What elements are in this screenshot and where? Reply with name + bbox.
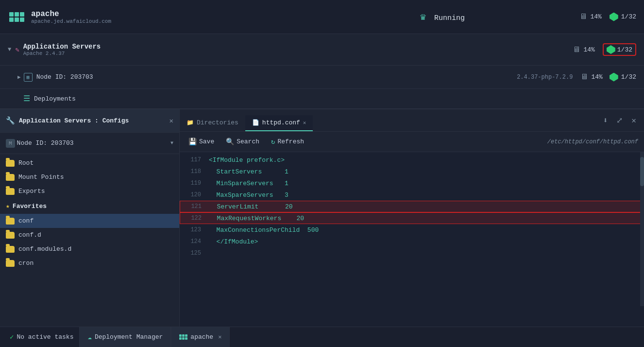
app-icon [8,8,25,26]
node-selector-badge: M [6,139,15,148]
node-cpu-icon: 🖥 [580,72,588,82]
apache-tab[interactable]: apache ✕ [171,327,230,347]
cpu-icon: 🖥 [579,12,587,21]
editor-scrollbar[interactable] [640,152,644,306]
instance-stat: 1/32 [610,13,636,21]
editor-content[interactable]: 117<IfModule prefork.c>118 StartServers … [180,152,644,327]
deployments-label: Deployments [34,95,76,103]
toggle-arrow[interactable]: ▼ [8,46,11,53]
file-tab-icon: 📄 [252,119,259,126]
favorites-label: Favorites [13,203,47,210]
panel-action-icons: ⬇ ⤢ ✕ [595,109,644,131]
node-cpu-value: 14% [591,73,602,81]
tab-file-label: httpd.conf [262,119,300,126]
code-line-123: 123 MaxConnectionsPerChild 500 [180,224,644,236]
line-number: 121 [184,203,202,210]
left-panel: 🔧 Application Servers : Configs ✕ M Node… [0,109,180,327]
line-number: 122 [184,215,202,222]
node-selector[interactable]: M Node ID: 203703 ▼ [0,133,179,154]
folder-icon-conf [6,218,15,225]
line-number: 117 [184,156,201,163]
code-line-118: 118 StartServers 1 [180,166,644,177]
wrench-icon: 🔧 [6,116,15,125]
node-instance-value: 1/32 [621,73,636,81]
app-servers-row: ▼ ✎ Application Servers Apache 2.4.37 🖥 … [0,34,644,66]
apache-tab-close[interactable]: ✕ [218,333,221,341]
apache-tab-label: apache [190,333,213,341]
refresh-button[interactable]: ↻ Refresh [268,136,307,148]
tree-item-cron[interactable]: cron [0,256,179,270]
tree-item-confd[interactable]: conf.d [0,228,179,242]
tree-label-mountpoints: Mount Points [18,174,173,181]
no-tasks-label: No active tasks [17,333,73,341]
tab-close-button[interactable]: ✕ [303,120,306,126]
deployment-manager-tab[interactable]: ☁ Deployment Manager [79,327,171,347]
tree-item-root[interactable]: Root [0,156,179,170]
node-gem-icon [610,73,618,82]
tab-httpd-conf[interactable]: 📄 httpd.conf ✕ [245,115,313,131]
deployments-icon: ☰ [23,94,30,104]
line-code: </IfModule> [209,238,258,245]
editor-toolbar: 💾 Save 🔍 Search ↻ Refresh /etc/httpd/con… [180,132,644,152]
servers-cpu-icon: 🖥 [573,45,580,54]
line-number: 118 [184,168,201,175]
deployment-manager-label: Deployment Manager [95,333,163,341]
folder-icon-exports [6,188,15,195]
bottom-grid-icon [179,334,187,340]
app-servers-version: Apache 2.4.37 [23,51,573,56]
node-cpu-stat: 🖥 14% [580,72,602,82]
dropdown-arrow-icon: ▼ [170,140,173,146]
search-button[interactable]: 🔍 Search [223,136,262,148]
tab-directories[interactable]: 📁 Directories [180,115,245,131]
line-code: MaxRequestWorkers 20 [209,215,304,222]
node-right: 🖥 14% 1/32 [580,72,636,82]
node-expand-arrow[interactable]: ▶ [17,74,21,80]
node-selector-label: Node ID: 203703 [17,139,170,147]
deployments-row[interactable]: ☰ Deployments [0,89,644,109]
tree-item-mountpoints[interactable]: Mount Points [0,170,179,184]
line-code: MinSpareServers 1 [209,180,288,187]
node-row: ▶ ▦ Node ID: 203703 2.4.37-php-7.2.9 🖥 1… [0,66,644,89]
panel-title: Application Servers : Configs [19,117,169,124]
save-label: Save [199,138,214,145]
folder-icon-cron [6,260,15,267]
app-servers-info: Application Servers Apache 2.4.37 [23,43,573,56]
file-path: /etc/httpd/conf/httpd.conf [313,139,638,145]
node-info: Node ID: 203703 [36,73,517,81]
close-panel-icon[interactable]: ✕ [629,115,638,126]
save-button[interactable]: 💾 Save [186,136,217,148]
app-status: Running [434,14,465,22]
code-line-124: 124 </IfModule> [180,236,644,247]
grid-icon [9,12,24,22]
directories-tab-icon: 📁 [186,119,194,126]
instance-value: 1/32 [621,13,636,20]
line-number: 119 [184,180,201,187]
servers-gem-icon [607,45,615,54]
tree-label-exports: Exports [18,188,173,195]
search-icon: 🔍 [226,138,234,146]
tree-item-conf[interactable]: conf [0,214,179,228]
edit-icon[interactable]: ✎ [15,46,19,54]
line-code: MaxSpareServers 3 [209,191,288,199]
servers-instance-stat: 1/32 [603,43,636,56]
tree-label-conf: conf [18,217,173,225]
tab-bar: 📁 Directories 📄 httpd.conf ✕ ⬇ ⤢ ✕ [180,109,644,132]
line-number: 120 [184,191,201,198]
line-code: ServerLimit 20 [209,203,293,210]
cpu-value: 14% [590,13,601,20]
refresh-icon: ↻ [271,138,275,146]
tree-item-exports[interactable]: Exports [0,184,179,198]
code-line-117: 117<IfModule prefork.c> [180,154,644,166]
app-name: apache [31,10,305,18]
expand-icon[interactable]: ⤢ [614,115,625,126]
tree-label-root: Root [18,159,173,167]
line-number: 124 [184,238,201,245]
line-code: MaxConnectionsPerChild 500 [209,226,319,234]
scrollbar-thumb[interactable] [640,157,644,186]
panel-close-button[interactable]: ✕ [169,117,173,125]
folder-icon-mountpoints [6,174,15,181]
refresh-label: Refresh [277,138,304,145]
tree-item-confmodulesd[interactable]: conf.modules.d [0,242,179,256]
download-icon[interactable]: ⬇ [601,115,610,126]
app-servers-right: 🖥 14% 1/32 [573,43,636,56]
